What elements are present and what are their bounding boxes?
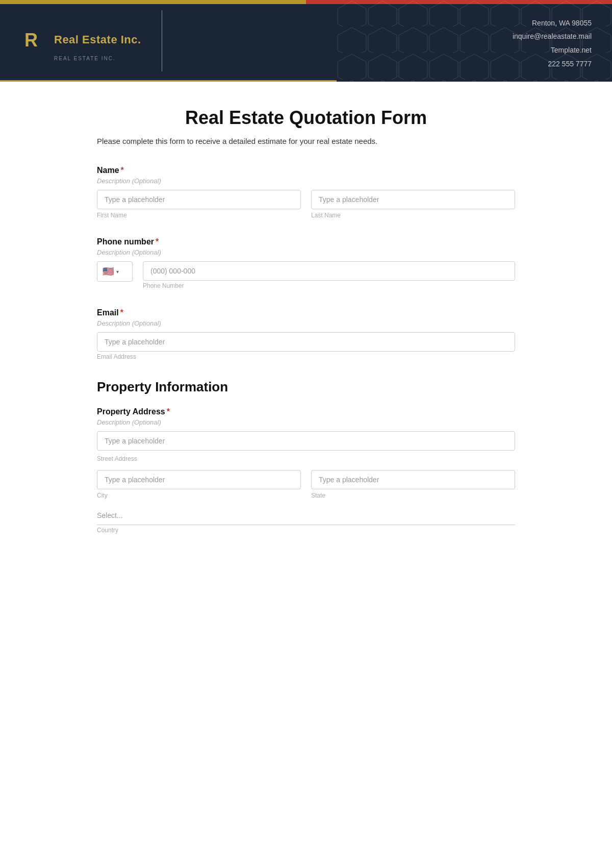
phone-hint: Phone Number xyxy=(143,282,184,289)
country-select[interactable]: Select... xyxy=(97,506,515,525)
phone-input[interactable] xyxy=(143,261,515,281)
street-address-input[interactable] xyxy=(97,431,515,451)
last-name-col: Last Name xyxy=(311,190,515,219)
last-name-input[interactable] xyxy=(311,190,515,209)
property-address-label: Property Address* xyxy=(97,407,515,416)
site-header: R Real Estate Inc. REAL ESTATE INC. Rent… xyxy=(0,0,612,82)
phone-label: Phone number* xyxy=(97,237,515,246)
state-input[interactable] xyxy=(311,470,515,489)
name-label: Name* xyxy=(97,166,515,175)
property-section-title: Property Information xyxy=(97,379,515,395)
logo-subtext: REAL ESTATE INC. xyxy=(54,56,141,61)
city-hint: City xyxy=(97,492,301,499)
last-name-hint: Last Name xyxy=(311,212,515,219)
name-field-group: Name* Description (Optional) First Name … xyxy=(97,166,515,219)
name-input-row: First Name Last Name xyxy=(97,190,515,219)
city-state-row: City State xyxy=(97,470,515,499)
country-hint: Country xyxy=(97,527,118,534)
first-name-hint: First Name xyxy=(97,212,301,219)
country-code-selector[interactable]: 🇺🇸 ▾ xyxy=(97,261,133,282)
email-field-group: Email* Description (Optional) Email Addr… xyxy=(97,308,515,361)
property-section: Property Information Property Address* D… xyxy=(97,379,515,534)
chevron-down-icon: ▾ xyxy=(116,269,119,275)
form-subtitle: Please complete this form to receive a d… xyxy=(97,137,515,145)
city-input[interactable] xyxy=(97,470,301,489)
logo-section: R Real Estate Inc. REAL ESTATE INC. xyxy=(0,0,162,82)
main-content: Real Estate Quotation Form Please comple… xyxy=(76,82,536,583)
email-hint: Email Address xyxy=(97,353,136,360)
phone-required: * xyxy=(156,237,159,246)
svg-rect-1 xyxy=(337,0,612,82)
property-address-required: * xyxy=(167,407,170,416)
phone-input-row: 🇺🇸 ▾ Phone Number xyxy=(97,261,515,290)
email-required: * xyxy=(120,308,123,317)
logo-icon: R xyxy=(20,26,48,54)
phone-description: Description (Optional) xyxy=(97,249,515,256)
header-bg-pattern xyxy=(337,0,612,82)
form-title: Real Estate Quotation Form xyxy=(97,107,515,129)
city-col: City xyxy=(97,470,301,499)
logo-text: Real Estate Inc. xyxy=(54,33,141,46)
svg-text:R: R xyxy=(24,30,38,51)
phone-input-wrapper: Phone Number xyxy=(143,261,515,290)
header-divider xyxy=(162,10,162,71)
property-address-description: Description (Optional) xyxy=(97,418,515,426)
name-required: * xyxy=(121,166,124,175)
name-description: Description (Optional) xyxy=(97,177,515,185)
header-bottom-bar xyxy=(0,80,337,82)
property-address-group: Property Address* Description (Optional)… xyxy=(97,407,515,534)
state-hint: State xyxy=(311,492,515,499)
street-address-hint: Street Address xyxy=(97,455,137,462)
email-description: Description (Optional) xyxy=(97,319,515,327)
logo-mark: R Real Estate Inc. xyxy=(20,26,141,54)
country-wrapper: Select... Country xyxy=(97,506,515,534)
state-col: State xyxy=(311,470,515,499)
flag-icon: 🇺🇸 xyxy=(103,266,114,277)
first-name-input[interactable] xyxy=(97,190,301,209)
email-label: Email* xyxy=(97,308,515,317)
email-input[interactable] xyxy=(97,332,515,352)
first-name-col: First Name xyxy=(97,190,301,219)
phone-field-group: Phone number* Description (Optional) 🇺🇸 … xyxy=(97,237,515,290)
